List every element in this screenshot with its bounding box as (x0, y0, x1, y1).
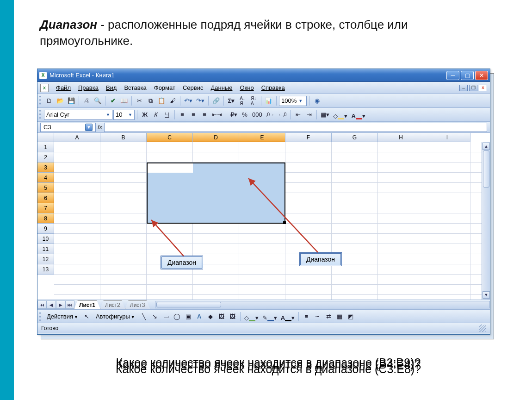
arrow-tool-icon[interactable]: ↘ (150, 312, 160, 322)
decrease-decimal-icon[interactable]: ←,0 (277, 110, 288, 120)
sheet-tab-3[interactable]: Лист3 (125, 300, 150, 309)
line-style-icon[interactable]: ≡ (301, 312, 311, 322)
tab-nav-prev-icon[interactable]: ◀ (47, 300, 56, 309)
close-button[interactable]: ✕ (475, 71, 488, 80)
row-header-8[interactable]: 8 (37, 213, 54, 224)
name-box[interactable]: C3 ▼ (40, 123, 96, 132)
cells-grid[interactable]: Диапазон Диапазон (54, 142, 490, 300)
paste-icon[interactable]: 📋 (156, 96, 167, 106)
autosum-icon[interactable]: Σ▾ (226, 96, 236, 106)
comma-style-icon[interactable]: 000 (251, 110, 264, 120)
doc-restore-button[interactable]: ❐ (469, 85, 477, 91)
increase-indent-icon[interactable]: ⇥ (304, 110, 314, 120)
autoshapes-menu[interactable]: Автофигуры▼ (93, 312, 138, 321)
scroll-up-icon[interactable]: ▲ (483, 143, 490, 150)
hyperlink-icon[interactable]: 🔗 (211, 96, 221, 106)
select-objects-icon[interactable]: ↖ (82, 312, 92, 322)
hscroll-thumb[interactable] (156, 302, 221, 307)
sheet-tab-2[interactable]: Лист2 (100, 300, 125, 309)
row-header-7[interactable]: 7 (37, 203, 54, 213)
decrease-indent-icon[interactable]: ⇤ (293, 110, 303, 120)
doc-minimize-button[interactable]: – (459, 85, 468, 91)
undo-icon[interactable]: ↶▾ (183, 96, 194, 106)
col-header-e[interactable]: E (239, 133, 285, 142)
tab-nav-first-icon[interactable]: ⏮ (37, 300, 47, 309)
menu-data[interactable]: Данные (207, 83, 236, 92)
menu-file[interactable]: Файл (52, 83, 74, 92)
maximize-button[interactable]: ▢ (461, 71, 474, 80)
shadow-style-icon[interactable]: ▦ (334, 312, 345, 322)
name-box-dropdown-icon[interactable]: ▼ (85, 124, 93, 131)
save-icon[interactable]: 💾 (66, 96, 76, 106)
sort-asc-icon[interactable]: А↓Я (237, 96, 247, 106)
col-header-d[interactable]: D (193, 133, 239, 142)
align-left-icon[interactable]: ≡ (177, 110, 187, 120)
workbook-icon[interactable]: X (40, 84, 49, 92)
tab-nav-last-icon[interactable]: ⏭ (65, 300, 74, 309)
font-size-combo[interactable]: 10 ▼ (113, 110, 135, 120)
cut-icon[interactable]: ✂ (134, 96, 144, 106)
row-header-5[interactable]: 5 (37, 183, 54, 193)
col-header-g[interactable]: G (332, 133, 378, 142)
zoom-combo[interactable]: 100% ▼ (279, 96, 307, 106)
fill-handle[interactable] (283, 221, 286, 224)
row-header-6[interactable]: 6 (37, 193, 54, 203)
col-header-b[interactable]: B (100, 133, 147, 142)
print-preview-icon[interactable]: 🔍 (93, 96, 103, 106)
selection-range[interactable] (147, 162, 285, 224)
line-color-picker-icon[interactable]: ✎▾ (261, 312, 278, 322)
arrow-style-icon[interactable]: ⇄ (323, 312, 334, 322)
rectangle-tool-icon[interactable]: ▭ (161, 312, 171, 322)
row-header-3[interactable]: 3 (37, 162, 54, 173)
spellcheck-icon[interactable]: ✔ (108, 96, 118, 106)
borders-icon[interactable]: ▦▾ (319, 110, 331, 120)
dash-style-icon[interactable]: ┄ (312, 312, 322, 322)
toolbar-grip-icon[interactable] (39, 312, 41, 321)
doc-close-button[interactable]: × (479, 85, 487, 91)
formula-input[interactable] (104, 123, 487, 132)
col-header-c[interactable]: C (147, 133, 193, 142)
menu-tools[interactable]: Сервис (179, 83, 207, 92)
row-header-9[interactable]: 9 (37, 224, 54, 234)
bold-button[interactable]: Ж (140, 110, 150, 120)
row-header-2[interactable]: 2 (37, 152, 54, 162)
sheet-tab-1[interactable]: Лист1 (74, 300, 100, 309)
line-tool-icon[interactable]: ╲ (139, 312, 149, 322)
horizontal-scrollbar[interactable] (155, 301, 490, 308)
font-combo[interactable]: Arial Cyr ▼ (44, 110, 112, 120)
toolbar-grip-icon[interactable] (39, 110, 41, 119)
col-header-i[interactable]: I (424, 133, 470, 142)
row-header-4[interactable]: 4 (37, 173, 54, 183)
menu-window[interactable]: Окно (236, 83, 257, 92)
oval-tool-icon[interactable]: ◯ (172, 312, 182, 322)
diagram-icon[interactable]: ◆ (205, 312, 216, 322)
align-center-icon[interactable]: ≡ (188, 110, 198, 120)
3d-style-icon[interactable]: ◩ (346, 312, 356, 322)
redo-icon[interactable]: ↷▾ (195, 96, 206, 106)
menu-help[interactable]: Справка (258, 83, 289, 92)
scroll-down-icon[interactable]: ▼ (483, 291, 490, 299)
menu-format[interactable]: Формат (150, 83, 179, 92)
resize-grip-icon[interactable] (479, 325, 486, 332)
draw-actions-menu[interactable]: Действия▼ (44, 312, 81, 321)
merge-center-icon[interactable]: ⇤⇥ (210, 110, 223, 120)
help-icon[interactable]: ◉ (312, 96, 322, 106)
vertical-scrollbar[interactable]: ▲ ▼ (482, 142, 490, 300)
row-header-1[interactable]: 1 (37, 142, 54, 152)
wordart-icon[interactable]: A (194, 312, 204, 322)
row-header-13[interactable]: 13 (37, 264, 54, 275)
italic-button[interactable]: К (151, 110, 161, 120)
scroll-thumb[interactable] (483, 150, 489, 188)
chart-wizard-icon[interactable]: 📊 (264, 96, 274, 106)
clipart-icon[interactable]: 🖼 (217, 312, 227, 322)
picture-icon[interactable]: 🖼 (228, 312, 238, 322)
row-header-12[interactable]: 12 (37, 254, 54, 264)
toolbar-grip-icon[interactable] (39, 96, 41, 106)
copy-icon[interactable]: ⧉ (145, 96, 155, 106)
new-file-icon[interactable]: 🗋 (44, 96, 54, 106)
font-color-icon[interactable]: А▾ (350, 110, 366, 120)
format-painter-icon[interactable]: 🖌 (167, 96, 178, 106)
col-header-h[interactable]: H (378, 133, 424, 142)
sort-desc-icon[interactable]: Я↓А (248, 96, 259, 106)
tab-nav-next-icon[interactable]: ▶ (56, 300, 65, 309)
